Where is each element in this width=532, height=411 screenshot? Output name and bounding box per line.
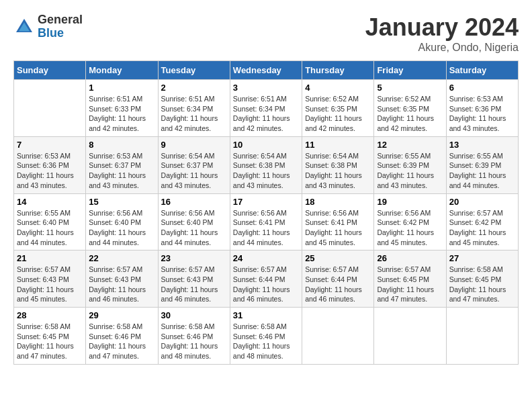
day-number: 26 xyxy=(377,253,443,263)
calendar-cell: 23Sunrise: 6:57 AMSunset: 6:43 PMDayligh… xyxy=(158,250,230,308)
day-detail: Sunrise: 6:57 AMSunset: 6:43 PMDaylight:… xyxy=(89,265,154,304)
day-number: 9 xyxy=(161,140,227,150)
day-number: 20 xyxy=(449,197,515,207)
page-header: General Blue January 2024 Akure, Ondo, N… xyxy=(13,13,519,54)
day-detail: Sunrise: 6:52 AMSunset: 6:35 PMDaylight:… xyxy=(377,94,443,134)
title-block: January 2024 Akure, Ondo, Nigeria xyxy=(365,13,519,54)
calendar-week-row: 1Sunrise: 6:51 AMSunset: 6:33 PMDaylight… xyxy=(14,80,519,137)
column-header-thursday: Thursday xyxy=(302,61,374,80)
calendar-cell: 29Sunrise: 6:58 AMSunset: 6:46 PMDayligh… xyxy=(86,308,158,365)
day-number: 5 xyxy=(377,83,443,93)
day-detail: Sunrise: 6:56 AMSunset: 6:41 PMDaylight:… xyxy=(233,208,299,248)
calendar-cell: 25Sunrise: 6:57 AMSunset: 6:44 PMDayligh… xyxy=(302,250,374,308)
day-number: 10 xyxy=(233,140,299,150)
day-detail: Sunrise: 6:55 AMSunset: 6:40 PMDaylight:… xyxy=(17,208,83,248)
day-number: 24 xyxy=(233,253,299,263)
calendar-cell: 9Sunrise: 6:54 AMSunset: 6:37 PMDaylight… xyxy=(158,136,230,193)
day-detail: Sunrise: 6:53 AMSunset: 6:36 PMDaylight:… xyxy=(449,94,515,134)
day-detail: Sunrise: 6:56 AMSunset: 6:41 PMDaylight:… xyxy=(305,208,371,248)
calendar-cell: 5Sunrise: 6:52 AMSunset: 6:35 PMDaylight… xyxy=(374,80,446,137)
calendar-cell: 26Sunrise: 6:57 AMSunset: 6:45 PMDayligh… xyxy=(374,250,446,308)
day-detail: Sunrise: 6:53 AMSunset: 6:36 PMDaylight:… xyxy=(17,151,83,191)
day-number: 22 xyxy=(89,253,154,263)
day-number: 2 xyxy=(161,83,227,93)
calendar-week-row: 14Sunrise: 6:55 AMSunset: 6:40 PMDayligh… xyxy=(14,193,519,250)
day-detail: Sunrise: 6:58 AMSunset: 6:45 PMDaylight:… xyxy=(449,265,515,304)
calendar-week-row: 21Sunrise: 6:57 AMSunset: 6:43 PMDayligh… xyxy=(14,250,519,308)
logo-icon xyxy=(13,16,35,38)
day-detail: Sunrise: 6:58 AMSunset: 6:45 PMDaylight:… xyxy=(17,322,83,361)
day-detail: Sunrise: 6:54 AMSunset: 6:38 PMDaylight:… xyxy=(305,151,371,191)
day-detail: Sunrise: 6:51 AMSunset: 6:34 PMDaylight:… xyxy=(233,94,299,134)
day-number: 18 xyxy=(305,197,371,207)
calendar-cell: 24Sunrise: 6:57 AMSunset: 6:44 PMDayligh… xyxy=(230,250,302,308)
day-detail: Sunrise: 6:57 AMSunset: 6:43 PMDaylight:… xyxy=(161,265,227,304)
column-header-sunday: Sunday xyxy=(14,61,86,80)
day-number: 1 xyxy=(89,83,154,93)
location: Akure, Ondo, Nigeria xyxy=(365,42,519,54)
calendar-table: SundayMondayTuesdayWednesdayThursdayFrid… xyxy=(13,60,519,365)
day-number: 29 xyxy=(89,310,154,320)
calendar-cell: 13Sunrise: 6:55 AMSunset: 6:39 PMDayligh… xyxy=(446,136,518,193)
day-detail: Sunrise: 6:57 AMSunset: 6:43 PMDaylight:… xyxy=(17,265,83,304)
calendar-week-row: 28Sunrise: 6:58 AMSunset: 6:45 PMDayligh… xyxy=(14,308,519,365)
calendar-cell: 4Sunrise: 6:52 AMSunset: 6:35 PMDaylight… xyxy=(302,80,374,137)
calendar-header-row: SundayMondayTuesdayWednesdayThursdayFrid… xyxy=(14,61,519,80)
day-number: 6 xyxy=(449,83,515,93)
day-number: 17 xyxy=(233,197,299,207)
day-number: 16 xyxy=(161,197,227,207)
calendar-cell xyxy=(374,308,446,365)
day-number: 27 xyxy=(449,253,515,263)
logo-general: General xyxy=(38,13,83,27)
calendar-cell: 14Sunrise: 6:55 AMSunset: 6:40 PMDayligh… xyxy=(14,193,86,250)
day-detail: Sunrise: 6:58 AMSunset: 6:46 PMDaylight:… xyxy=(233,322,299,361)
calendar-cell: 17Sunrise: 6:56 AMSunset: 6:41 PMDayligh… xyxy=(230,193,302,250)
calendar-cell: 16Sunrise: 6:56 AMSunset: 6:40 PMDayligh… xyxy=(158,193,230,250)
calendar-cell: 19Sunrise: 6:56 AMSunset: 6:42 PMDayligh… xyxy=(374,193,446,250)
logo: General Blue xyxy=(13,13,83,40)
logo-blue: Blue xyxy=(38,27,83,40)
day-number: 3 xyxy=(233,83,299,93)
day-number: 11 xyxy=(305,140,371,150)
day-detail: Sunrise: 6:57 AMSunset: 6:42 PMDaylight:… xyxy=(449,208,515,248)
calendar-cell: 18Sunrise: 6:56 AMSunset: 6:41 PMDayligh… xyxy=(302,193,374,250)
day-detail: Sunrise: 6:51 AMSunset: 6:33 PMDaylight:… xyxy=(89,94,154,134)
day-number: 19 xyxy=(377,197,443,207)
column-header-saturday: Saturday xyxy=(446,61,518,80)
calendar-cell xyxy=(302,308,374,365)
column-header-wednesday: Wednesday xyxy=(230,61,302,80)
day-number: 21 xyxy=(17,253,83,263)
day-detail: Sunrise: 6:53 AMSunset: 6:37 PMDaylight:… xyxy=(89,151,154,191)
day-number: 28 xyxy=(17,310,83,320)
calendar-cell: 21Sunrise: 6:57 AMSunset: 6:43 PMDayligh… xyxy=(14,250,86,308)
day-detail: Sunrise: 6:55 AMSunset: 6:39 PMDaylight:… xyxy=(449,151,515,191)
day-detail: Sunrise: 6:51 AMSunset: 6:34 PMDaylight:… xyxy=(161,94,227,134)
calendar-cell: 2Sunrise: 6:51 AMSunset: 6:34 PMDaylight… xyxy=(158,80,230,137)
day-detail: Sunrise: 6:54 AMSunset: 6:37 PMDaylight:… xyxy=(161,151,227,191)
day-number: 14 xyxy=(17,197,83,207)
day-detail: Sunrise: 6:57 AMSunset: 6:44 PMDaylight:… xyxy=(233,265,299,304)
day-detail: Sunrise: 6:57 AMSunset: 6:44 PMDaylight:… xyxy=(305,265,371,304)
day-detail: Sunrise: 6:56 AMSunset: 6:42 PMDaylight:… xyxy=(377,208,443,248)
calendar-cell: 20Sunrise: 6:57 AMSunset: 6:42 PMDayligh… xyxy=(446,193,518,250)
day-detail: Sunrise: 6:57 AMSunset: 6:45 PMDaylight:… xyxy=(377,265,443,304)
logo-text: General Blue xyxy=(38,13,83,40)
day-number: 13 xyxy=(449,140,515,150)
day-number: 15 xyxy=(89,197,154,207)
day-detail: Sunrise: 6:55 AMSunset: 6:39 PMDaylight:… xyxy=(377,151,443,191)
day-detail: Sunrise: 6:54 AMSunset: 6:38 PMDaylight:… xyxy=(233,151,299,191)
calendar-cell: 15Sunrise: 6:56 AMSunset: 6:40 PMDayligh… xyxy=(86,193,158,250)
calendar-cell: 28Sunrise: 6:58 AMSunset: 6:45 PMDayligh… xyxy=(14,308,86,365)
calendar-week-row: 7Sunrise: 6:53 AMSunset: 6:36 PMDaylight… xyxy=(14,136,519,193)
column-header-monday: Monday xyxy=(86,61,158,80)
day-detail: Sunrise: 6:58 AMSunset: 6:46 PMDaylight:… xyxy=(161,322,227,361)
day-number: 25 xyxy=(305,253,371,263)
day-number: 7 xyxy=(17,140,83,150)
day-number: 12 xyxy=(377,140,443,150)
day-number: 30 xyxy=(161,310,227,320)
calendar-cell: 12Sunrise: 6:55 AMSunset: 6:39 PMDayligh… xyxy=(374,136,446,193)
calendar-cell xyxy=(446,308,518,365)
calendar-cell: 7Sunrise: 6:53 AMSunset: 6:36 PMDaylight… xyxy=(14,136,86,193)
column-header-tuesday: Tuesday xyxy=(158,61,230,80)
calendar-cell xyxy=(14,80,86,137)
